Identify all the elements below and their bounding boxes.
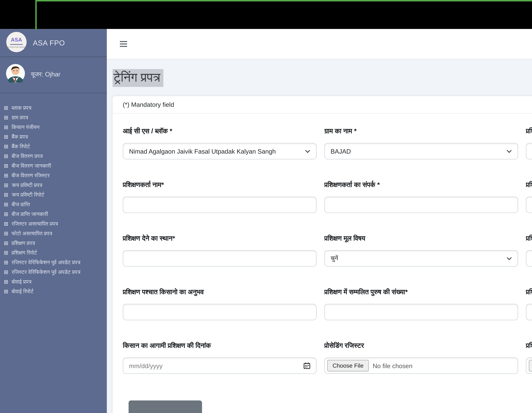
table-icon: ⊞ (4, 105, 10, 110)
app-window: ASA ACTION FOR SOCIAL ASA FPO (0, 29, 532, 413)
sidebar-item-training-report[interactable]: ⊞प्रशिक्षण रिपोर्ट (4, 248, 107, 257)
sidebar-item-sowing-report[interactable]: ⊞बोवाई रिपोर्ट (4, 286, 107, 296)
next-training-date-input[interactable]: mm/dd/yyyy (123, 357, 317, 374)
table-icon: ⊞ (4, 182, 10, 188)
frame-border-top-left (35, 0, 37, 29)
sidebar-item-seed-distribution-form[interactable]: ⊞बीज वितरण प्रपत्र (4, 151, 107, 161)
training-main-topic-select[interactable]: चुनें (324, 250, 518, 267)
file-status-text: No file chosen (373, 362, 412, 369)
sidebar-item-bank-report[interactable]: ⊞बैंक रिपोर्ट (4, 141, 107, 151)
svg-text:ASA: ASA (11, 37, 22, 42)
chevron-down-icon (507, 150, 512, 153)
training-form: आई सी एस / ब्लॉक * Nimad Agalgaon Jaivik… (113, 113, 532, 413)
ics-block-select[interactable]: Nimad Agalgaon Jaivik Fasal Utpadak Kaly… (123, 143, 317, 159)
sidebar-item-register-verification-update-form-2[interactable]: ⊞रजिस्टर वेरिफिकेशन पूर्व अपडेट प्रपत्र (4, 267, 107, 277)
table-icon: ⊞ (4, 250, 10, 255)
training-date-input[interactable]: mm/dd/yyyy (526, 197, 532, 213)
field-label: प्रशिक्षण मूल विषय (324, 234, 518, 243)
sidebar-item-purchase-entry-report[interactable]: ⊞क्रय प्रविष्टी रिपोर्ट (4, 190, 107, 199)
field-label: प्रोसेडिंग रजिस्टर (324, 341, 518, 350)
form-card: (*) Mandatory field आई सी एस / ब्लॉक * N… (113, 96, 532, 413)
table-icon: ⊞ (4, 289, 10, 294)
user-panel: यूजर: Ojhar (0, 57, 107, 93)
sidebar-item-training-form[interactable]: ⊞प्रशिक्षण प्रपत्र (4, 238, 107, 248)
sidebar-item-seed-receipt[interactable]: ⊞बीज प्राप्ति (4, 199, 107, 209)
field-label: प्रशिक्षण में सम्मलित महिलाओं की संख्या* (526, 288, 532, 296)
sidebar-item-seed-receipt-info[interactable]: ⊞बीज प्राप्ति जानकारी (4, 209, 107, 219)
sidebar-item-seed-distribution-info[interactable]: ⊞बीज वितरण जानकारी (4, 161, 107, 170)
top-navbar: Nimad Farmers Producesr Company LTD Log … (107, 29, 532, 59)
field-label: प्रशिक्षण की दिनांक * (526, 181, 532, 189)
sidebar-item-sowing-form[interactable]: ⊞बोवाई प्रपत्र (4, 277, 107, 286)
proceeding-register-file[interactable]: Choose File No file chosen (324, 357, 518, 374)
table-icon: ⊞ (4, 153, 10, 159)
trainer-department-select[interactable]: PAPL (526, 143, 532, 159)
field-label: प्रशिक्षणकर्ता नाम* (123, 181, 317, 189)
female-count-input[interactable] (526, 304, 532, 320)
table-icon: ⊞ (4, 144, 10, 149)
table-icon: ⊞ (4, 240, 10, 246)
field-label: प्रशिक्षण देने का स्थान* (123, 234, 317, 243)
table-icon: ⊞ (4, 260, 10, 265)
table-icon: ⊞ (4, 115, 10, 120)
table-icon: ⊞ (4, 173, 10, 178)
field-label: ग्राम का नाम * (324, 127, 518, 135)
table-icon: ⊞ (4, 279, 10, 284)
field-label: प्रशिक्षण विषय * (526, 234, 532, 243)
farmer-experience-input[interactable] (123, 304, 317, 320)
brand-logo-icon: ASA ACTION FOR SOCIAL (6, 31, 27, 54)
field-label: प्रशिक्षण पश्चात किसानो का अनुभव (123, 288, 317, 296)
mandatory-note: (*) Mandatory field (113, 96, 532, 113)
trainer-contact-input[interactable] (324, 197, 518, 213)
field-label: प्रशिक्षणकर्ता का संपर्क * (324, 181, 518, 189)
choose-file-button[interactable]: Choose File (529, 360, 532, 371)
field-label: प्रशिक्षण फोटो (बैनर सहित) (526, 341, 532, 350)
calendar-icon[interactable] (304, 362, 310, 369)
table-icon: ⊞ (4, 134, 10, 139)
content-header: ट्रेनिंग प्रपत्र (107, 59, 532, 96)
sidebar-item-photo-unverified-form[interactable]: ⊞फोटो असत्यापित प्रपत्र (4, 228, 107, 238)
training-place-input[interactable] (123, 250, 317, 267)
sidebar-menu: ⊞ब्लाक प्रपत्र ⊞ग्राम प्रपत्र ⊞किसान पंज… (0, 94, 107, 296)
sidebar-item-seed-distribution-register[interactable]: ⊞बीज वितरण रजिस्टर (4, 170, 107, 180)
table-icon: ⊞ (4, 221, 10, 226)
sidebar-item-register-unverified-form[interactable]: ⊞रजिस्टर असत्यापित प्रपत्र (4, 219, 107, 228)
trainer-name-input[interactable] (123, 197, 317, 213)
page-title: ट्रेनिंग प्रपत्र (113, 69, 163, 87)
sidebar-item-purchase-entry-form[interactable]: ⊞क्रय प्रविष्टी प्रपत्र (4, 180, 107, 190)
table-icon: ⊞ (4, 231, 10, 236)
field-label: आई सी एस / ब्लॉक * (123, 127, 317, 135)
sidebar-item-register-verification-update-form[interactable]: ⊞रजिस्टर वेरिफिकेशन पूर्व अपडेट प्रपत्र (4, 257, 107, 267)
submit-button[interactable] (129, 400, 202, 413)
chevron-down-icon (507, 257, 512, 260)
choose-file-button[interactable]: Choose File (327, 360, 369, 371)
training-photo-file[interactable]: Choose File No file chosen (526, 357, 532, 374)
chevron-down-icon (305, 150, 310, 153)
brand-name: ASA FPO (33, 39, 65, 47)
training-topic-select[interactable] (526, 250, 532, 267)
sidebar-item-farmer-registration[interactable]: ⊞किसान पंजीयन (4, 122, 107, 132)
hamburger-icon[interactable] (120, 39, 128, 48)
screenshot-canvas: ASA ACTION FOR SOCIAL ASA FPO (0, 0, 532, 413)
field-label: प्रशिक्षणकर्ता का विभाग * (526, 127, 532, 135)
village-name-select[interactable]: BAJAD (324, 143, 518, 159)
table-icon: ⊞ (4, 269, 10, 275)
table-icon: ⊞ (4, 211, 10, 217)
male-count-input[interactable] (324, 304, 518, 320)
table-icon: ⊞ (4, 192, 10, 197)
user-avatar (6, 64, 25, 85)
field-label: प्रशिक्षण में सम्मलित पुरुष की संख्या* (324, 288, 518, 296)
sidebar-item-block-form[interactable]: ⊞ब्लाक प्रपत्र (4, 103, 107, 113)
svg-text:ACTION FOR SOCIAL: ACTION FOR SOCIAL (7, 46, 26, 48)
frame-border-top (36, 0, 532, 1)
sidebar: ASA ACTION FOR SOCIAL ASA FPO (0, 29, 107, 413)
table-icon: ⊞ (4, 163, 10, 168)
sidebar-item-bank-form[interactable]: ⊞बैंक प्रपत्र (4, 132, 107, 141)
field-label: किसान का आगामी प्रशिक्षण की दिनांक (123, 341, 317, 350)
sidebar-item-village-form[interactable]: ⊞ग्राम प्रपत्र (4, 113, 107, 122)
brand: ASA ACTION FOR SOCIAL ASA FPO (0, 29, 107, 57)
table-icon: ⊞ (4, 202, 10, 207)
main-area: Nimad Farmers Producesr Company LTD Log … (107, 29, 532, 413)
table-icon: ⊞ (4, 124, 10, 130)
user-name: यूजर: Ojhar (31, 71, 60, 78)
